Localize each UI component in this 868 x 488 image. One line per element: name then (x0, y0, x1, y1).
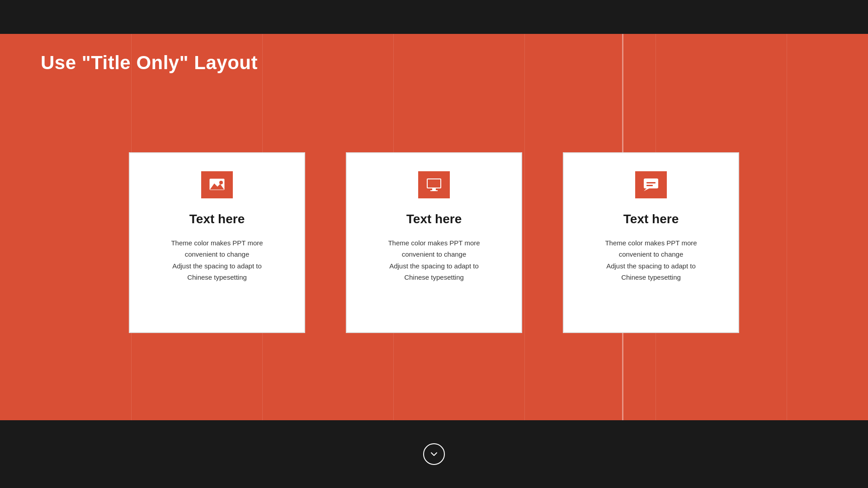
svg-rect-8 (432, 188, 436, 190)
svg-marker-11 (644, 188, 649, 191)
card-2-icon-wrapper (418, 171, 450, 198)
chat-icon (643, 177, 659, 193)
card-2-body: Theme color makes PPT more convenient to… (388, 237, 480, 283)
svg-rect-9 (430, 190, 438, 191)
cards-container: Text here Theme color makes PPT more con… (0, 83, 868, 420)
card-3-body: Theme color makes PPT more convenient to… (605, 237, 697, 283)
card-1-body: Theme color makes PPT more convenient to… (171, 237, 263, 283)
slide-content: Use "Title Only" Layout Text here (0, 34, 868, 420)
page-title: Use "Title Only" Layout (41, 52, 827, 74)
title-area: Use "Title Only" Layout (0, 34, 868, 83)
svg-rect-12 (646, 182, 656, 183)
card-2-heading: Text here (406, 212, 462, 226)
image-icon (209, 177, 225, 193)
card-3: Text here Theme color makes PPT more con… (563, 152, 739, 333)
bottom-bar (0, 420, 868, 488)
scroll-down-button[interactable] (423, 443, 445, 465)
svg-rect-13 (646, 185, 653, 186)
card-3-icon-wrapper (635, 171, 667, 198)
screen-icon (426, 177, 442, 193)
card-3-heading: Text here (623, 212, 679, 226)
svg-rect-7 (428, 179, 440, 188)
card-1-heading: Text here (189, 212, 245, 226)
chevron-down-icon (429, 449, 439, 460)
card-2: Text here Theme color makes PPT more con… (346, 152, 522, 333)
svg-point-3 (219, 181, 223, 184)
card-1: Text here Theme color makes PPT more con… (129, 152, 305, 333)
top-bar (0, 0, 868, 34)
card-1-icon-wrapper (201, 171, 233, 198)
